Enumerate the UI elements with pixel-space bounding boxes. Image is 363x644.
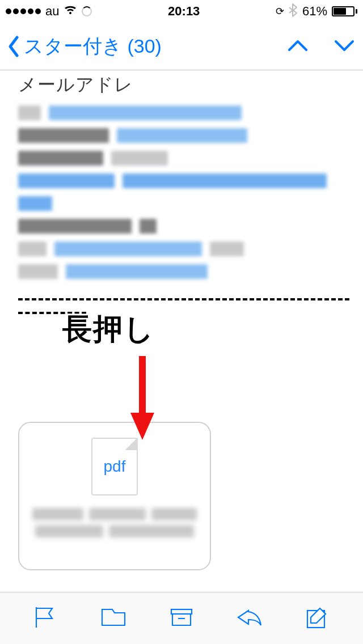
reply-icon xyxy=(235,605,264,630)
file-type-label: pdf xyxy=(104,457,126,476)
status-bar: au 20:13 ⟳ 61% xyxy=(0,0,363,23)
svg-rect-2 xyxy=(171,609,192,614)
section-heading: メールアドレ xyxy=(18,73,349,98)
attachment-filename-redacted xyxy=(31,508,199,537)
redacted-line xyxy=(18,196,349,211)
back-label: スター付き (30) xyxy=(24,33,162,60)
chevron-left-icon xyxy=(7,35,20,58)
mail-body[interactable]: メールアドレ 長押し pdf xyxy=(0,73,363,570)
prev-message-button[interactable] xyxy=(286,37,310,56)
redacted-line xyxy=(18,264,349,279)
nav-bar: スター付き (30) xyxy=(0,23,363,70)
bluetooth-icon xyxy=(289,3,298,20)
battery-percent-label: 61% xyxy=(302,4,327,19)
redacted-line xyxy=(18,151,349,166)
annotation-label: 長押し xyxy=(62,310,155,349)
reply-button[interactable] xyxy=(235,605,264,632)
arrow-down-icon xyxy=(128,356,157,441)
chevron-down-icon xyxy=(332,37,356,53)
archive-button[interactable] xyxy=(167,605,196,632)
archive-icon xyxy=(167,605,196,630)
battery-icon xyxy=(332,6,357,16)
flag-icon xyxy=(31,605,60,630)
signal-strength-icon xyxy=(6,9,41,14)
redacted-line xyxy=(18,242,349,256)
redacted-line xyxy=(18,128,349,143)
redacted-line xyxy=(18,105,349,120)
clock-label: 20:13 xyxy=(168,4,200,19)
back-button[interactable]: スター付き (30) xyxy=(7,33,162,60)
folder-icon xyxy=(99,605,128,630)
separator-dashed xyxy=(18,298,349,300)
next-message-button[interactable] xyxy=(332,37,356,56)
loading-spinner-icon xyxy=(82,6,92,16)
attachment-card[interactable]: pdf xyxy=(18,422,211,570)
flag-button[interactable] xyxy=(31,605,60,632)
redacted-line xyxy=(18,173,349,188)
chevron-up-icon xyxy=(286,37,310,53)
wifi-icon xyxy=(64,4,77,19)
svg-rect-0 xyxy=(139,356,146,418)
redacted-line xyxy=(18,219,349,234)
bottom-toolbar xyxy=(0,592,363,644)
compose-button[interactable] xyxy=(303,605,332,632)
move-button[interactable] xyxy=(99,605,128,632)
compose-icon xyxy=(303,605,332,630)
orientation-lock-icon: ⟳ xyxy=(276,5,284,18)
svg-marker-1 xyxy=(130,413,154,440)
carrier-label: au xyxy=(45,4,59,19)
file-icon: pdf xyxy=(91,438,138,495)
